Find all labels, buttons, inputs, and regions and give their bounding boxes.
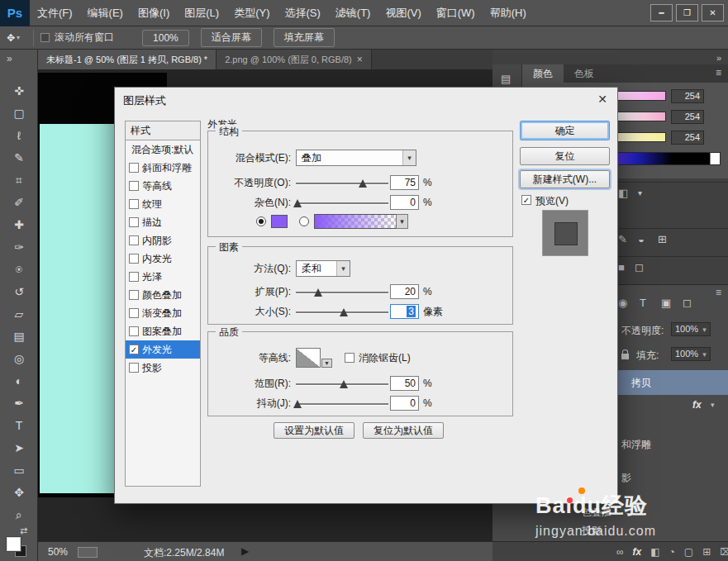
slider-thumb[interactable] bbox=[293, 199, 302, 207]
style-item-inner-glow[interactable]: 内发光 bbox=[126, 250, 200, 268]
menu-item-select[interactable]: 选择(S) bbox=[277, 0, 327, 26]
tab-swatches[interactable]: 色板 bbox=[564, 64, 605, 83]
fill-screen-button[interactable]: 填充屏幕 bbox=[274, 28, 335, 47]
style-item-pattern-overlay[interactable]: 图案叠加 bbox=[126, 322, 200, 340]
marquee-tool[interactable]: ▢ bbox=[0, 103, 38, 123]
noise-value-field[interactable]: 0 bbox=[390, 195, 419, 210]
checkbox[interactable] bbox=[129, 290, 139, 300]
checkbox-checked[interactable]: ✓ bbox=[129, 345, 139, 354]
layer-filter-icon-1[interactable]: ◉ bbox=[618, 297, 627, 309]
style-item-blending-options[interactable]: 混合选项:默认 bbox=[126, 140, 200, 159]
eyedropper-tool[interactable]: ✐ bbox=[0, 193, 38, 212]
range-slider[interactable] bbox=[296, 377, 388, 390]
glow-gradient-swatch[interactable] bbox=[314, 214, 397, 229]
adjustments-icon-2[interactable]: ◒ bbox=[638, 233, 645, 245]
type-tool[interactable]: T bbox=[0, 416, 38, 435]
new-style-button[interactable]: 新建样式(W)... bbox=[520, 170, 610, 188]
jitter-value-field[interactable]: 0 bbox=[390, 396, 419, 411]
spread-slider[interactable] bbox=[296, 285, 388, 298]
checkbox[interactable] bbox=[129, 254, 139, 264]
glow-color-swatch[interactable] bbox=[271, 215, 288, 228]
opacity-value-field[interactable]: 75 bbox=[390, 175, 419, 190]
checkbox[interactable] bbox=[129, 363, 139, 373]
size-slider[interactable] bbox=[296, 305, 388, 318]
slider-thumb[interactable] bbox=[314, 288, 322, 297]
jitter-slider[interactable] bbox=[296, 397, 388, 410]
crop-tool[interactable]: ⌗ bbox=[0, 170, 38, 190]
style-item-contour[interactable]: 等高线 bbox=[126, 177, 200, 195]
size-value-field[interactable]: 3 bbox=[390, 304, 419, 319]
dodge-tool[interactable]: ◐ bbox=[0, 371, 38, 391]
checkbox[interactable] bbox=[129, 163, 139, 173]
menu-item-window[interactable]: 窗口(W) bbox=[429, 0, 483, 26]
ok-button[interactable]: 确定 bbox=[520, 121, 610, 140]
close-button[interactable]: ✕ bbox=[702, 4, 724, 21]
checkbox[interactable] bbox=[129, 217, 139, 227]
panel-strip-icon-1[interactable]: ▤ bbox=[501, 73, 511, 85]
path-select-tool[interactable]: ➤ bbox=[0, 438, 38, 458]
chevron-down-icon[interactable]: ▾ bbox=[711, 401, 715, 409]
collapse-panels-icon[interactable]: » bbox=[716, 53, 721, 63]
document-layer[interactable] bbox=[40, 124, 117, 493]
restore-button[interactable]: ❐ bbox=[676, 4, 698, 21]
layer-style-icon[interactable]: fx bbox=[633, 546, 642, 558]
adjustment-layer-icon[interactable]: ◔ bbox=[669, 546, 675, 558]
color-slider-value[interactable]: 254 bbox=[671, 89, 704, 103]
styles-icon-light[interactable]: ◻ bbox=[635, 261, 644, 273]
layer-filter-icon-3[interactable]: ▣ bbox=[661, 297, 671, 309]
new-layer-icon[interactable]: ⊞ bbox=[702, 546, 711, 558]
document-tab-2png[interactable]: 2.png @ 100% (图层 0, RGB/8) × bbox=[216, 50, 372, 69]
blur-tool[interactable]: ◎ bbox=[0, 349, 38, 368]
range-value-field[interactable]: 50 bbox=[390, 376, 419, 391]
eraser-tool[interactable]: ▱ bbox=[0, 304, 38, 324]
menu-item-image[interactable]: 图像(I) bbox=[131, 0, 177, 26]
effect-bevel-emboss[interactable]: 和浮雕 bbox=[621, 438, 651, 452]
style-item-drop-shadow[interactable]: 投影 bbox=[126, 359, 200, 377]
opacity-value-field[interactable]: 100%▾ bbox=[671, 322, 711, 336]
dialog-close-icon[interactable]: ✕ bbox=[597, 93, 607, 106]
antialias-checkbox[interactable] bbox=[345, 353, 354, 363]
style-item-outer-glow[interactable]: ✓外发光 bbox=[126, 340, 200, 359]
menu-item-filter[interactable]: 滤镜(T) bbox=[328, 0, 378, 26]
color-slider-value[interactable]: 254 bbox=[671, 131, 704, 145]
brush-tool[interactable]: ✑ bbox=[0, 237, 38, 257]
styles-icon-dark[interactable]: ■ bbox=[618, 261, 625, 273]
menu-item-type[interactable]: 类型(Y) bbox=[226, 0, 277, 26]
contour-picker[interactable] bbox=[296, 348, 321, 368]
style-item-inner-shadow[interactable]: 内阴影 bbox=[126, 231, 200, 250]
layer-mask-icon[interactable]: ◧ bbox=[650, 546, 659, 558]
checkbox[interactable] bbox=[129, 272, 139, 282]
opacity-slider[interactable] bbox=[296, 176, 388, 189]
foreground-color-swatch[interactable] bbox=[7, 537, 21, 551]
adjustments-icon-1[interactable]: ✎ bbox=[618, 233, 627, 245]
tab-color[interactable]: 颜色 bbox=[522, 64, 564, 83]
quick-selection-tool[interactable]: ✎ bbox=[0, 148, 38, 168]
fill-value-field[interactable]: 100%▾ bbox=[671, 347, 711, 361]
healing-brush-tool[interactable]: ✚ bbox=[0, 215, 38, 235]
tool-preset-picker[interactable]: ✥ ▾ bbox=[0, 32, 26, 44]
style-item-gradient-overlay[interactable]: 渐变叠加 bbox=[126, 304, 200, 322]
slider-thumb[interactable] bbox=[340, 380, 348, 388]
slider-thumb[interactable] bbox=[293, 400, 302, 408]
panel-menu-icon[interactable]: ≡ bbox=[716, 67, 721, 78]
panel-collapse-icon[interactable]: » bbox=[7, 53, 12, 64]
menu-item-help[interactable]: 帮助(H) bbox=[483, 0, 534, 26]
style-item-bevel-emboss[interactable]: 斜面和浮雕 bbox=[126, 159, 200, 177]
checkbox[interactable] bbox=[129, 308, 139, 318]
delete-layer-icon[interactable]: ⌦ bbox=[720, 546, 728, 558]
chevron-down-icon[interactable]: ▾ bbox=[638, 188, 642, 197]
style-item-satin[interactable]: 光泽 bbox=[126, 268, 200, 286]
set-defaults-button[interactable]: 设置为默认值 bbox=[274, 422, 354, 439]
adjustments-icon-3[interactable]: ⊞ bbox=[658, 233, 667, 245]
gradient-radio[interactable] bbox=[299, 216, 309, 226]
shape-tool[interactable]: ▭ bbox=[0, 460, 38, 480]
layer-filter-icon-4[interactable]: ◻ bbox=[683, 297, 692, 309]
layer-name[interactable]: 拷贝 bbox=[631, 376, 651, 390]
zoom-tool[interactable]: ⌕ bbox=[0, 505, 38, 525]
style-item-texture[interactable]: 纹理 bbox=[126, 195, 200, 213]
blend-mode-select[interactable]: 叠加 ▾ bbox=[296, 150, 416, 166]
new-group-icon[interactable]: ▢ bbox=[684, 546, 693, 558]
spread-value-field[interactable]: 20 bbox=[390, 284, 419, 299]
slider-thumb[interactable] bbox=[359, 179, 367, 188]
checkbox[interactable] bbox=[129, 326, 139, 336]
